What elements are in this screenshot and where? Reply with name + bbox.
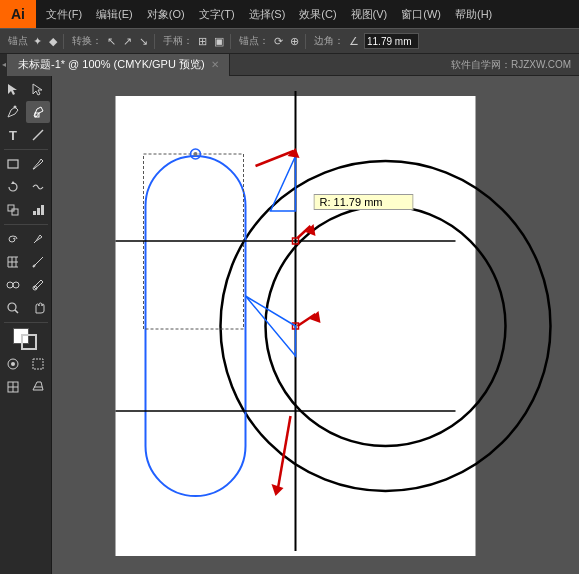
ai-logo: Ai — [0, 0, 36, 28]
svg-rect-8 — [37, 208, 40, 215]
tool-row-7 — [0, 228, 51, 250]
anchor-icon1[interactable]: ✦ — [31, 34, 44, 49]
tool-divider-2 — [4, 224, 48, 225]
tab-bar: ◂ 未标题-1* @ 100% (CMYK/GPU 预览) ✕ 软件自学网：RJ… — [0, 54, 579, 76]
svg-line-10 — [34, 241, 36, 243]
tool-row-12 — [0, 353, 51, 375]
svg-rect-3 — [8, 160, 18, 168]
tool-rotate[interactable] — [1, 176, 25, 198]
svg-marker-4 — [11, 181, 15, 184]
svg-point-22 — [8, 303, 16, 311]
tool-divider-1 — [4, 149, 48, 150]
svg-point-19 — [7, 282, 13, 288]
tool-row-8 — [0, 251, 51, 273]
left-toolbar: T — [0, 76, 52, 574]
svg-point-0 — [14, 106, 17, 109]
tool-pencil[interactable] — [26, 228, 50, 250]
tool-row-10 — [0, 297, 51, 319]
tool-row-4 — [0, 153, 51, 175]
collapse-button[interactable]: ◂ — [0, 54, 8, 76]
anchor2-icon1[interactable]: ⟳ — [272, 34, 285, 49]
menu-help[interactable]: 帮助(H) — [449, 5, 498, 24]
tool-type[interactable]: T — [1, 124, 25, 146]
tool-row-9 — [0, 274, 51, 296]
tool-paintbrush[interactable] — [26, 153, 50, 175]
tool-row-11 — [0, 326, 51, 352]
toolbar-convert-section: 转换： ↖ ↗ ↘ — [68, 34, 155, 49]
tool-spiral[interactable] — [1, 228, 25, 250]
tool-artboard[interactable] — [26, 353, 50, 375]
svg-rect-9 — [41, 205, 44, 215]
tool-grid[interactable] — [1, 251, 25, 273]
anchor-label: 锚点 — [8, 34, 28, 48]
convert-icon2[interactable]: ↗ — [121, 34, 134, 49]
tool-pen[interactable] — [1, 101, 25, 123]
stroke-box[interactable] — [21, 334, 37, 350]
tool-row-1 — [0, 78, 51, 100]
tool-warp[interactable] — [26, 176, 50, 198]
svg-rect-7 — [33, 211, 36, 215]
tool-zoom[interactable] — [1, 297, 25, 319]
tool-row-13 — [0, 376, 51, 398]
tool-row-2 — [0, 101, 51, 123]
title-bar: Ai 文件(F) 编辑(E) 对象(O) 文字(T) 选择(S) 效果(C) 视… — [0, 0, 579, 28]
tool-graph[interactable] — [26, 199, 50, 221]
svg-line-2 — [33, 130, 43, 140]
menu-edit[interactable]: 编辑(E) — [90, 5, 139, 24]
tool-divider-3 — [4, 322, 48, 323]
tool-eyedropper[interactable] — [26, 274, 50, 296]
main-area: T — [0, 76, 579, 574]
tool-measure[interactable] — [26, 251, 50, 273]
menu-text[interactable]: 文字(T) — [193, 5, 241, 24]
tool-direct-select[interactable] — [26, 78, 50, 100]
handle-label: 手柄： — [163, 34, 193, 48]
menu-object[interactable]: 对象(O) — [141, 5, 191, 24]
tool-shape-builder[interactable] — [26, 376, 50, 398]
tab-label-active: 未标题-1* @ 100% (CMYK/GPU 预览) — [18, 57, 205, 72]
tab-active[interactable]: 未标题-1* @ 100% (CMYK/GPU 预览) ✕ — [8, 54, 230, 76]
svg-line-18 — [33, 265, 35, 267]
toolbar-edge-section: 边角： ∠ — [310, 33, 423, 49]
drawing-canvas: R: 11.79 mm — [52, 76, 579, 574]
tool-rectangle[interactable] — [1, 153, 25, 175]
anchor2-label: 锚点： — [239, 34, 269, 48]
tool-scale[interactable] — [1, 199, 25, 221]
edge-label: 边角： — [314, 34, 344, 48]
svg-line-23 — [15, 310, 18, 313]
tab-close-icon[interactable]: ✕ — [211, 59, 219, 70]
menu-select[interactable]: 选择(S) — [243, 5, 292, 24]
svg-rect-6 — [12, 209, 18, 215]
tool-hand[interactable] — [26, 297, 50, 319]
tool-select-arrow[interactable] — [1, 78, 25, 100]
anchor-icon2[interactable]: ◆ — [47, 34, 59, 49]
svg-rect-5 — [8, 205, 14, 211]
svg-point-25 — [11, 362, 15, 366]
fill-stroke-group — [11, 326, 41, 352]
menu-effect[interactable]: 效果(C) — [293, 5, 342, 24]
tool-row-5 — [0, 176, 51, 198]
canvas-area[interactable]: R: 11.79 mm — [52, 76, 579, 574]
tool-symbol[interactable] — [1, 353, 25, 375]
toolbar-anchor2-section: 锚点： ⟳ ⊕ — [235, 34, 306, 49]
svg-rect-26 — [33, 359, 43, 369]
handle-icon2[interactable]: ▣ — [212, 34, 226, 49]
website-label: 软件自学网：RJZXW.COM — [451, 58, 579, 72]
convert-icon3[interactable]: ↘ — [137, 34, 150, 49]
convert-label: 转换： — [72, 34, 102, 48]
menu-window[interactable]: 窗口(W) — [395, 5, 447, 24]
menu-view[interactable]: 视图(V) — [345, 5, 394, 24]
convert-icon1[interactable]: ↖ — [105, 34, 118, 49]
tool-slice[interactable] — [1, 376, 25, 398]
svg-point-20 — [13, 282, 19, 288]
tool-blend[interactable] — [1, 274, 25, 296]
menu-file[interactable]: 文件(F) — [40, 5, 88, 24]
anchor2-icon2[interactable]: ⊕ — [288, 34, 301, 49]
edge-value-input[interactable] — [364, 33, 419, 49]
toolbar: 锚点 ✦ ◆ 转换： ↖ ↗ ↘ 手柄： ⊞ ▣ 锚点： ⟳ ⊕ 边角： ∠ — [0, 28, 579, 54]
handle-icon1[interactable]: ⊞ — [196, 34, 209, 49]
tool-line[interactable] — [26, 124, 50, 146]
tool-anchor[interactable] — [26, 101, 50, 123]
edge-icon[interactable]: ∠ — [347, 34, 361, 49]
tooltip-container: R: 11.79 mm — [314, 194, 414, 216]
tool-row-3: T — [0, 124, 51, 146]
